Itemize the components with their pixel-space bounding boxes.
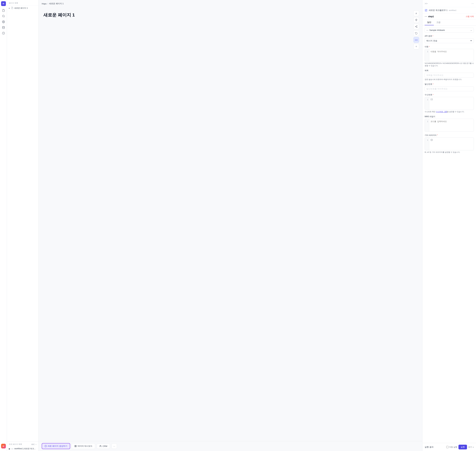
workflow-dash-icon: —: [11, 448, 13, 450]
hops-logo: H: [1, 444, 6, 448]
content-lineno: 1: [425, 49, 429, 61]
step-header: — step1 스텝 삭제: [422, 13, 476, 20]
step-title: step1: [428, 15, 434, 18]
sub-pages-title: 하위 페이지 목록: [9, 443, 22, 445]
content-group: 내용 * 1 %CHANGEWORD1%~%CHANGEWORD5% 로 치환 …: [425, 45, 474, 67]
step-delete-btn[interactable]: 스텝 삭제: [466, 15, 474, 18]
toolbar-dash-btn[interactable]: —: [414, 37, 419, 43]
mms-key-group: MMS 파일키 1: [425, 115, 474, 132]
subject-label: 제목: [425, 69, 474, 72]
subject-input[interactable]: [425, 73, 474, 78]
content-input[interactable]: [429, 49, 474, 61]
ai-generate-btn[interactable]: AI로 페이지 생성하기: [42, 443, 70, 449]
bottom-bar: AI로 페이지 생성하기 데이터 대시보드 CRM ···: [38, 441, 422, 451]
infobank-dash: —: [426, 29, 428, 31]
sub-pages-add-btn[interactable]: +: [36, 443, 37, 445]
panel-more-btn[interactable]: ···: [471, 2, 474, 5]
other-params-lineno: 1: [425, 138, 429, 150]
auto-run-checkbox[interactable]: [446, 446, 449, 448]
sidebar-item-search[interactable]: [1, 14, 6, 19]
workflow-section: 새로운 워크플로우 1 workflow1: [422, 7, 476, 13]
content-hint: %CHANGEWORD1%~%CHANGEWORD5% 로 치환 문구를 사용할…: [425, 62, 474, 67]
main-content: Hops / 새로운 페이지 1 새로운 페이지 1 #: [38, 0, 422, 451]
mms-key-area: 1: [425, 119, 474, 132]
tab-advanced[interactable]: 고급: [434, 20, 443, 25]
sub-pages-abc-btn[interactable]: ABC: [31, 443, 35, 445]
sender-label: 발신번호 *: [425, 83, 474, 86]
svg-point-16: [100, 445, 101, 446]
toggle-label: 퍼기: [468, 446, 472, 448]
api-type-select[interactable]: 메시지 전송: [425, 38, 474, 43]
sidebar: H H: [0, 0, 7, 451]
toolbar-history-btn[interactable]: [414, 30, 419, 36]
page-canvas: 새로운 페이지 1 #: [38, 7, 422, 441]
workflow-list-item[interactable]: ▶ — workflow1 (새로운 워크...: [7, 446, 38, 451]
chevron-up-icon: ∧: [473, 446, 474, 448]
infobank-label: Sample Infobank: [429, 29, 470, 31]
more-options-btn[interactable]: ···: [111, 443, 117, 449]
right-panel: >> ··· 새로운 워크플로우 1 workflow1 — step1 스텝 …: [422, 0, 476, 451]
other-params-group: 기타 파라미터 * 1 {} ttl, ref 등 기타 파라미터를 설정할 수…: [425, 134, 474, 153]
mms-key-input[interactable]: [429, 119, 474, 132]
run-btn[interactable]: 실행: [458, 445, 467, 449]
svg-point-2: [3, 21, 4, 22]
receiver-area: 1 []: [425, 97, 474, 110]
sidebar-item-pages[interactable]: [1, 8, 6, 13]
sidebar-avatar[interactable]: H: [1, 1, 6, 6]
toolbar-share-btn[interactable]: [414, 24, 419, 29]
toggle-result-btn[interactable]: 퍼기 ∧: [468, 446, 474, 448]
page-list-item[interactable]: ▶ 새로운 페이지 1: [7, 6, 38, 11]
page-name: 새로운 페이지 1: [14, 7, 28, 9]
sidebar-item-ai[interactable]: [1, 31, 6, 36]
svg-line-9: [416, 27, 417, 27]
svg-line-10: [416, 26, 417, 26]
sidebar-item-database[interactable]: [1, 25, 6, 30]
other-params-input[interactable]: {}: [429, 138, 474, 150]
receiver-input[interactable]: []: [429, 97, 474, 110]
toolbar-hashtag-btn[interactable]: #: [414, 10, 419, 16]
infobank-selector[interactable]: — Sample Infobank ⌄: [425, 28, 474, 33]
other-params-area: 1 {}: [425, 138, 474, 150]
sub-pages-header: 하위 페이지 목록 ABC +: [7, 441, 38, 446]
svg-point-3: [2, 26, 5, 27]
receiver-lineno: 1: [425, 97, 429, 110]
mms-key-label: MMS 파일키: [425, 115, 474, 118]
other-params-required: *: [437, 134, 438, 136]
svg-rect-12: [74, 445, 75, 446]
content-label: 내용 *: [425, 45, 474, 48]
other-params-hint: ttl, ref 등 기타 파라미터를 설정할 수 있습니다.: [425, 151, 474, 153]
tab-general[interactable]: 일반: [425, 20, 434, 25]
svg-point-8: [417, 27, 417, 28]
auto-run-label: 자동 실행: [446, 446, 457, 448]
expand-panel-btn[interactable]: >>: [425, 2, 428, 5]
exec-controls: 자동 실행 실행 퍼기 ∧: [446, 445, 474, 449]
svg-point-7: [415, 26, 416, 27]
sender-input[interactable]: [425, 86, 474, 91]
sender-required: *: [433, 83, 433, 85]
breadcrumb: Hops / 새로운 페이지 1: [38, 0, 422, 7]
data-dashboard-btn[interactable]: 데이터 대시보드: [72, 443, 95, 449]
toolbar-bolt-btn[interactable]: [414, 17, 419, 23]
more-icon: ···: [113, 445, 115, 447]
receiver-required: *: [433, 94, 433, 96]
content-area: 1: [425, 49, 474, 62]
auto-run-text: 자동 실행: [449, 446, 457, 448]
api-type-group: API 종류 * 메시지 전송: [425, 35, 474, 43]
receiver-group-link[interactable]: 수신번호 그룹: [436, 111, 447, 113]
svg-point-0: [2, 15, 4, 17]
sidebar-item-settings[interactable]: [1, 19, 6, 24]
breadcrumb-sep: /: [47, 3, 48, 5]
svg-rect-13: [76, 445, 76, 446]
crm-btn[interactable]: CRM: [97, 444, 110, 449]
content-required: *: [429, 46, 430, 48]
page-list-panel: 페이지 목록 ▶ 새로운 페이지 1 하위 페이지 목록 ABC + ▶ — w…: [7, 0, 38, 451]
expand-icon: ▶: [9, 7, 10, 9]
breadcrumb-hops[interactable]: Hops: [42, 3, 46, 5]
toolbar-add-btn[interactable]: +: [414, 44, 419, 49]
crm-icon: [99, 445, 102, 447]
right-panel-header: >> ···: [422, 0, 476, 7]
ai-icon: [44, 445, 47, 447]
svg-marker-5: [415, 19, 417, 21]
sender-group: 발신번호 *: [425, 83, 474, 91]
api-required: *: [433, 35, 433, 37]
